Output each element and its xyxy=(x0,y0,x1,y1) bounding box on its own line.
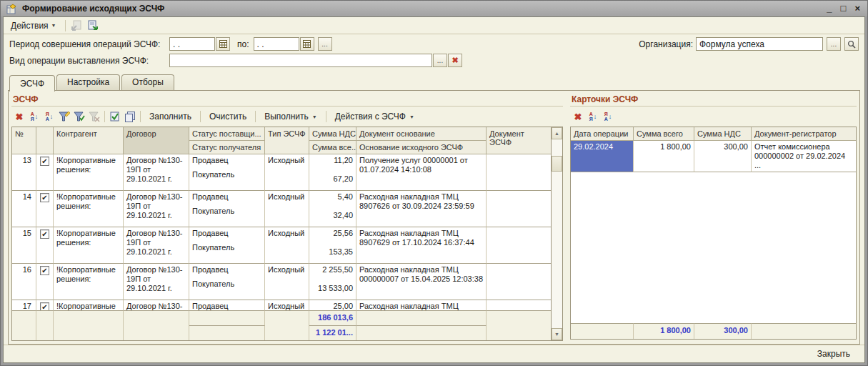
cell-doc[interactable]: Расходная накладная ТМЦ xyxy=(356,300,487,310)
cell-doc-eschf[interactable] xyxy=(487,227,551,264)
cell-num[interactable]: 17 xyxy=(12,300,36,310)
sort-ascending-icon[interactable]: АЯ ↓ xyxy=(587,110,599,123)
table-row[interactable]: 14 ✔ !Корпоративные решения: Договор №13… xyxy=(12,191,551,227)
table-row[interactable]: 15 ✔ !Корпоративные решения: Договор №13… xyxy=(12,227,551,264)
tab-nastroyka[interactable]: Настройка xyxy=(56,74,120,90)
col-header-total[interactable]: Сумма всего xyxy=(634,127,694,141)
minimize-button[interactable]: _ xyxy=(827,4,832,14)
cell-contragent[interactable]: !Корпоративные решения: xyxy=(54,191,124,227)
cell-registrar[interactable]: Отчет комиссионера 000000002 от 29.02.20… xyxy=(752,141,856,172)
eschf-actions-button[interactable]: Действия с ЭСЧФ ▼ xyxy=(330,109,419,124)
col-header-doc-eschf[interactable]: Документ ЭСЧФ xyxy=(487,127,551,154)
cell-num[interactable]: 13 xyxy=(12,154,36,191)
cell-dogovor[interactable]: Договор №130-19П от 29.10.2021 г. xyxy=(124,264,189,300)
cell-checkbox[interactable]: ✔ xyxy=(36,264,54,300)
table-row[interactable]: 13 ✔ !Корпоративные решения: Договор №13… xyxy=(12,154,551,191)
col-header-num[interactable]: № xyxy=(12,127,36,154)
col-header-contragent[interactable]: Контрагент xyxy=(54,127,124,154)
cell-type[interactable]: Исходный xyxy=(265,227,309,264)
scroll-down-icon[interactable]: ▼ xyxy=(552,328,562,340)
cell-checkbox[interactable]: ✔ xyxy=(36,154,54,191)
col-header-sum[interactable]: Сумма НДС Сумма все... xyxy=(309,127,356,154)
cell-num[interactable]: 14 xyxy=(12,191,36,227)
close-window-button[interactable]: × xyxy=(854,4,860,14)
cell-contragent[interactable]: !Корпоративные решения: xyxy=(54,300,124,310)
col-header-date[interactable]: Дата операции xyxy=(571,127,634,141)
cell-status[interactable]: ПродавецПокупатель xyxy=(189,300,265,310)
cell-contragent[interactable]: !Корпоративные решения: xyxy=(54,227,124,264)
fill-button[interactable]: Заполнить xyxy=(144,109,196,124)
actions-menu[interactable]: Действия ▼ xyxy=(6,19,61,32)
cell-doc[interactable]: Расходная накладная ТМЦ 8907629 от 17.10… xyxy=(356,227,487,264)
tab-otbory[interactable]: Отборы xyxy=(121,74,174,90)
uncheck-all-icon[interactable] xyxy=(124,110,136,123)
cell-sums[interactable]: 25,00 xyxy=(309,300,356,310)
operation-select-button[interactable]: ... xyxy=(433,54,447,67)
cell-type[interactable]: Исходный xyxy=(265,154,309,191)
period-picker-button[interactable]: ... xyxy=(318,37,332,51)
table-row[interactable]: 29.02.2024 1 800,00 300,00 Отчет комисси… xyxy=(571,141,856,172)
cell-status[interactable]: ПродавецПокупатель xyxy=(189,191,265,227)
calendar-icon[interactable] xyxy=(300,37,314,51)
checkbox-checked-icon[interactable]: ✔ xyxy=(40,266,49,275)
cell-contragent[interactable]: !Корпоративные решения: xyxy=(54,154,124,191)
sort-descending-icon[interactable]: ЯА ↓ xyxy=(602,110,614,123)
magnifier-icon[interactable] xyxy=(844,37,859,51)
close-button[interactable]: Закрыть xyxy=(810,347,857,361)
col-header-doc[interactable]: Документ основание Основание исходного Э… xyxy=(356,127,487,154)
scrollbar-thumb[interactable] xyxy=(552,156,562,172)
table-row[interactable]: 17 ✔ !Корпоративные решения: Договор №13… xyxy=(12,300,551,310)
checkbox-checked-icon[interactable]: ✔ xyxy=(40,302,49,310)
col-header-dogovor[interactable]: Договор xyxy=(124,127,189,154)
cell-doc[interactable]: Расходная накладная ТМЦ 000000007 от 15.… xyxy=(356,264,487,300)
period-to-input[interactable]: . . xyxy=(254,37,299,51)
cell-dogovor[interactable]: Договор №130-19П от 29.10.2021 г. xyxy=(124,300,189,310)
filter-apply-icon[interactable] xyxy=(73,110,86,123)
cell-doc-eschf[interactable] xyxy=(487,300,551,310)
cell-dogovor[interactable]: Договор №130-19П от 29.10.2021 г. xyxy=(124,154,189,191)
col-header-status[interactable]: Статус поставщи... Статус получателя xyxy=(189,127,265,154)
cell-sums[interactable]: 11,2067,20 xyxy=(309,154,356,191)
cell-sums[interactable]: 2 255,5013 533,00 xyxy=(309,264,356,300)
clear-button[interactable]: Очистить xyxy=(204,109,251,124)
cell-type[interactable]: Исходный xyxy=(265,300,309,310)
cell-status[interactable]: ПродавецПокупатель xyxy=(189,264,265,300)
checkbox-checked-icon[interactable]: ✔ xyxy=(40,229,49,239)
cell-status[interactable]: ПродавецПокупатель xyxy=(189,227,265,264)
col-header-checkbox[interactable] xyxy=(36,127,54,154)
cell-doc[interactable]: Расходная накладная ТМЦ 8907626 от 30.09… xyxy=(356,191,487,227)
filter-settings-icon[interactable] xyxy=(58,110,71,123)
cell-sums[interactable]: 25,56153,35 xyxy=(309,227,356,264)
col-header-vat[interactable]: Сумма НДС xyxy=(694,127,752,141)
cell-type[interactable]: Исходный xyxy=(265,191,309,227)
organization-input[interactable]: Формула успеха xyxy=(696,37,823,51)
cell-doc-eschf[interactable] xyxy=(487,191,551,227)
checkbox-checked-icon[interactable]: ✔ xyxy=(40,157,49,166)
cell-checkbox[interactable]: ✔ xyxy=(36,227,54,264)
cell-dogovor[interactable]: Договор №130-19П от 29.10.2021 г. xyxy=(124,191,189,227)
tab-eschf[interactable]: ЭСЧФ xyxy=(9,75,55,92)
cell-checkbox[interactable]: ✔ xyxy=(36,300,54,310)
cell-checkbox[interactable]: ✔ xyxy=(36,191,54,227)
col-header-registrar[interactable]: Документ-регистратор xyxy=(752,127,856,141)
cell-vat[interactable]: 300,00 xyxy=(694,141,752,172)
restore-settings-icon[interactable] xyxy=(70,19,83,32)
sort-ascending-icon[interactable]: АЯ ↓ xyxy=(28,110,41,123)
cell-status[interactable]: ПродавецПокупатель xyxy=(189,154,265,191)
sort-descending-icon[interactable]: ЯА ↓ xyxy=(43,110,56,123)
cell-contragent[interactable]: !Корпоративные решения: xyxy=(54,264,124,300)
scroll-up-icon[interactable]: ▲ xyxy=(552,127,562,139)
calendar-icon[interactable] xyxy=(216,37,230,51)
execute-button[interactable]: Выполнить ▼ xyxy=(259,109,322,124)
save-settings-icon[interactable] xyxy=(86,19,99,32)
vertical-scrollbar[interactable]: ▲ ▼ xyxy=(551,127,562,340)
col-header-type[interactable]: Тип ЭСЧФ xyxy=(265,127,309,154)
cell-total[interactable]: 1 800,00 xyxy=(634,141,694,172)
maximize-button[interactable]: □ xyxy=(841,4,847,14)
delete-icon[interactable]: ✖ xyxy=(13,110,26,123)
check-all-icon[interactable] xyxy=(109,110,121,123)
cell-doc-eschf[interactable] xyxy=(487,154,551,191)
cell-num[interactable]: 15 xyxy=(12,227,36,264)
cell-doc[interactable]: Получение услуг 00000001 от 01.07.2024 1… xyxy=(356,154,487,191)
cell-sums[interactable]: 5,4032,40 xyxy=(309,191,356,227)
